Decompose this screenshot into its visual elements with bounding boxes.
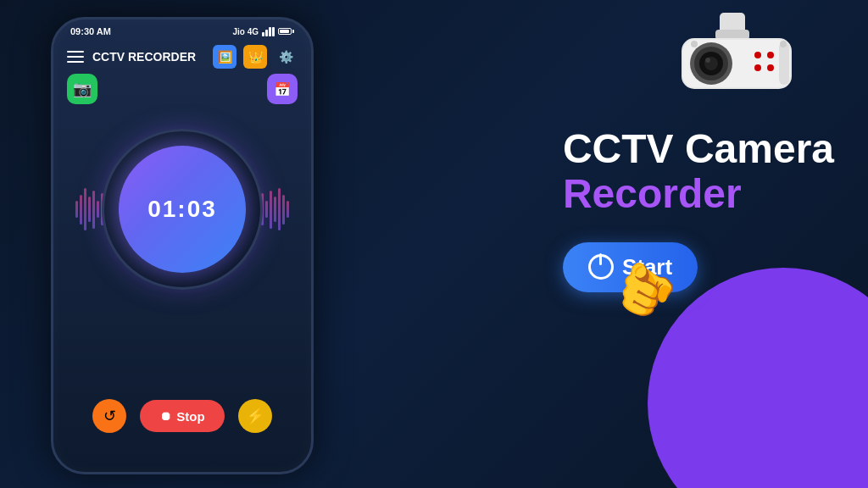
- status-bar: 09:30 AM Jio 4G: [53, 19, 311, 40]
- hamburger-icon[interactable]: [67, 51, 84, 63]
- gallery-icon-btn[interactable]: 🖼️: [213, 45, 236, 69]
- timer-area: 01:03: [67, 129, 298, 290]
- title-line1: CCTV Camera: [563, 127, 834, 172]
- app-title: CCTV RECORDER: [92, 50, 204, 64]
- stop-label: Stop: [176, 409, 204, 424]
- header-icons: 🖼️ 👑 ⚙️: [213, 45, 298, 69]
- stop-button[interactable]: ⏺ Stop: [140, 400, 225, 432]
- refresh-icon: ↺: [103, 407, 116, 425]
- timer-display: 01:03: [147, 196, 217, 223]
- svg-point-11: [754, 64, 761, 71]
- timer-outer-circle: 01:03: [102, 129, 263, 290]
- svg-point-14: [691, 41, 698, 47]
- status-right: Jio 4G: [232, 27, 294, 36]
- svg-point-10: [767, 52, 774, 58]
- svg-point-9: [754, 52, 761, 58]
- flash-icon: ⚡: [246, 407, 264, 425]
- wave-left: [75, 188, 103, 230]
- stop-record-icon: ⏺: [159, 409, 171, 423]
- app-header: CCTV RECORDER 🖼️ 👑 ⚙️: [53, 40, 311, 74]
- svg-rect-13: [779, 42, 789, 85]
- battery-icon: [278, 28, 294, 35]
- hand-pointer-icon: 🫵: [605, 248, 686, 326]
- schedule-float-icon: 📅: [274, 81, 291, 97]
- carrier-label: Jio 4G: [232, 27, 259, 36]
- camera-float-icon: 📷: [73, 80, 92, 98]
- signal-icon: [262, 27, 275, 36]
- refresh-button[interactable]: ↺: [92, 399, 126, 433]
- controls-bar: ↺ ⏺ Stop ⚡: [53, 399, 311, 433]
- phone-mockup: 09:30 AM Jio 4G CCTV RECORDER: [51, 17, 314, 474]
- phone-content: 📷 📅: [53, 74, 311, 458]
- settings-icon-btn[interactable]: ⚙️: [274, 45, 298, 69]
- wave-right: [261, 188, 289, 230]
- svg-point-8: [705, 58, 710, 63]
- gallery-icon: 🖼️: [218, 50, 232, 64]
- schedule-float-btn[interactable]: 📅: [267, 74, 298, 104]
- settings-icon: ⚙️: [279, 50, 293, 64]
- timer-inner-circle: 01:03: [119, 146, 246, 273]
- crown-icon: 👑: [248, 50, 263, 64]
- flash-button[interactable]: ⚡: [238, 399, 272, 433]
- camera-float-btn[interactable]: 📷: [67, 74, 97, 104]
- svg-point-15: [780, 41, 787, 47]
- start-button[interactable]: Start 🫵: [563, 242, 698, 292]
- title-line2: Recorder: [563, 172, 834, 217]
- camera-illustration: [648, 8, 817, 127]
- status-time: 09:30 AM: [70, 26, 111, 36]
- svg-point-12: [767, 64, 774, 71]
- crown-icon-btn[interactable]: 👑: [243, 45, 267, 69]
- right-panel: CCTV Camera Recorder Start 🫵: [563, 127, 834, 292]
